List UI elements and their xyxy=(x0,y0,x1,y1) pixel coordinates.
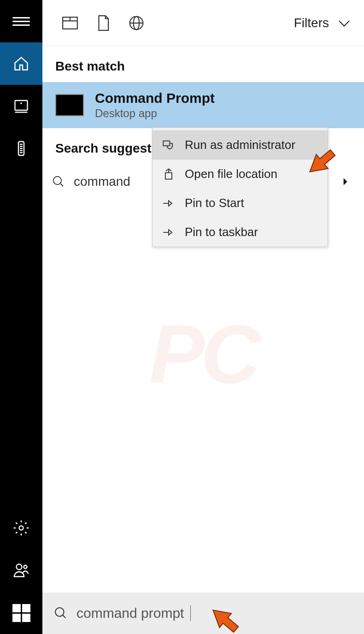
admin-shield-icon xyxy=(162,139,175,152)
home-icon xyxy=(13,55,29,72)
svg-point-18 xyxy=(53,177,62,185)
arrow-annotation-top xyxy=(304,148,346,189)
svg-rect-0 xyxy=(15,101,28,110)
search-panel: Filters Best match Command Prompt Deskto… xyxy=(42,0,364,634)
best-match-result[interactable]: Command Prompt Desktop app xyxy=(42,82,364,128)
svg-point-10 xyxy=(17,564,22,570)
menu-button[interactable] xyxy=(0,0,42,42)
profile-button[interactable] xyxy=(0,549,42,592)
svg-point-1 xyxy=(20,102,22,104)
ctx-label: Pin to taskbar xyxy=(185,225,258,239)
context-menu: Run as administrator Open file location … xyxy=(152,127,328,247)
result-title: Command Prompt xyxy=(95,90,215,106)
ctx-label: Open file location xyxy=(185,167,277,181)
command-prompt-icon xyxy=(55,94,84,116)
windows-icon xyxy=(12,604,30,622)
home-button[interactable] xyxy=(0,42,42,85)
svg-marker-26 xyxy=(304,148,339,179)
ctx-pin-to-start[interactable]: Pin to Start xyxy=(153,189,328,218)
filters-label: Filters xyxy=(294,16,329,30)
ctx-label: Run as administrator xyxy=(185,138,295,152)
svg-point-9 xyxy=(19,526,23,530)
svg-marker-27 xyxy=(207,603,242,634)
filter-documents-button[interactable] xyxy=(87,0,120,46)
svg-rect-23 xyxy=(165,172,172,179)
start-button[interactable] xyxy=(0,592,42,634)
search-query-text: command prompt xyxy=(76,605,184,621)
apps-button[interactable] xyxy=(0,85,42,127)
svg-rect-22 xyxy=(163,141,170,146)
result-subtitle: Desktop app xyxy=(95,107,215,120)
pin-icon xyxy=(162,197,175,210)
svg-point-20 xyxy=(55,608,64,616)
user-icon xyxy=(13,562,29,579)
app-window-icon xyxy=(61,14,79,32)
hamburger-icon xyxy=(12,15,30,28)
svg-point-11 xyxy=(24,565,27,569)
pin-icon xyxy=(162,226,175,239)
sidebar xyxy=(0,0,42,634)
filter-apps-button[interactable] xyxy=(53,0,87,46)
search-input[interactable]: command prompt xyxy=(42,593,364,634)
settings-button[interactable] xyxy=(0,507,42,549)
monitor-icon xyxy=(13,98,29,114)
filter-web-button[interactable] xyxy=(120,0,153,46)
document-icon xyxy=(94,14,112,32)
ctx-run-as-admin[interactable]: Run as administrator xyxy=(153,130,328,160)
search-icon xyxy=(52,175,65,189)
folder-open-icon xyxy=(162,168,175,181)
arrow-annotation-bottom xyxy=(207,593,249,634)
filters-dropdown[interactable]: Filters xyxy=(294,14,353,32)
globe-icon xyxy=(128,14,145,32)
chevron-down-icon xyxy=(335,14,353,32)
text-caret xyxy=(190,605,191,621)
suggestion-text: command xyxy=(74,174,130,189)
ctx-label: Pin to Start xyxy=(185,196,244,210)
gear-icon xyxy=(13,520,29,536)
ctx-pin-to-taskbar[interactable]: Pin to taskbar xyxy=(153,218,328,247)
svg-line-19 xyxy=(60,184,63,186)
search-icon xyxy=(53,606,68,621)
remote-button[interactable] xyxy=(0,127,42,170)
best-match-heading: Best match xyxy=(42,46,364,82)
remote-icon xyxy=(13,140,29,157)
svg-line-21 xyxy=(63,615,66,618)
ctx-open-file-location[interactable]: Open file location xyxy=(153,160,328,189)
toolbar: Filters xyxy=(42,0,364,46)
